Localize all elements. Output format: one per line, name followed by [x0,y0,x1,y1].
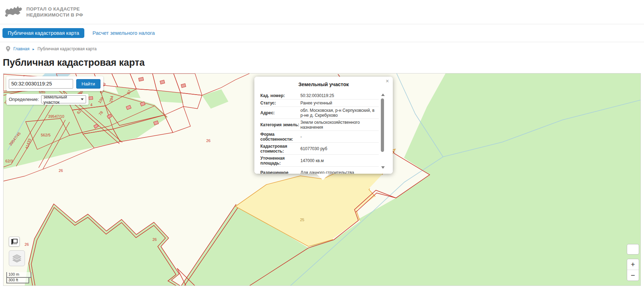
table-row: Статус: Ранее учтенный [260,100,379,107]
scale-metric: 100 m [6,272,31,278]
map-canvas[interactable]: 65573864861871092944627839547/10562/5395… [3,73,641,286]
russia-map-icon [5,5,23,19]
row-value: - [300,134,377,140]
layers-icon [12,254,22,263]
site-title: ПОРТАЛ О КАДАСТРЕ НЕДВИЖИМОСТИ В РФ [26,6,83,18]
filter-label: Определение: [9,97,39,102]
row-label: Статус: [260,100,300,106]
chevron-down-icon [81,98,84,100]
breadcrumb-current: Публичная кадастровая карта [38,46,97,51]
row-value: 50:32:0030119:25 [300,92,377,99]
scale-imperial: 300 ft [6,278,29,283]
close-icon[interactable]: × [386,78,389,84]
row-value: обл. Московская, р-н Серпуховский, в р-н… [300,107,377,118]
full-extent-button[interactable] [627,244,639,255]
measure-ruler-icon [11,239,18,245]
zoom-control: + − [627,259,639,281]
tab-land-tax-calc[interactable]: Расчет земельного налога [92,30,155,36]
scrollbar-thumb[interactable] [381,98,384,152]
row-label: Кад. номер: [260,92,300,99]
zoom-out-button[interactable]: − [627,270,639,281]
table-row: Кад. номер: 50:32:0030119:25 [260,92,379,100]
layers-button[interactable] [9,250,25,266]
row-value: Земли сельскохозяйственного назначения [300,119,377,130]
row-label: Разрешенное [260,169,300,174]
table-row: Уточненная площадь: 147000 кв.м [260,155,379,167]
map-search-control: Найти [6,76,103,91]
popup-title: Земельный участок [254,77,393,87]
measure-button[interactable] [9,237,20,246]
main-nav: Публичная кадастровая карта Расчет земел… [0,24,644,42]
search-input[interactable] [9,79,73,89]
row-label: Категория земель: [260,122,300,128]
table-row: Кадастровая стоимость: 61077030 руб [260,143,379,155]
popup-scrollbar [381,94,384,169]
row-value: Для дачного строительства [300,169,377,174]
row-label: Форма собственности: [260,131,300,142]
row-label: Уточненная площадь: [260,155,300,166]
row-value: Ранее учтенный [300,100,377,106]
object-type-select[interactable]: земельный участок [41,95,86,103]
search-button[interactable]: Найти [76,79,100,89]
row-value: 147000 кв.м [300,158,377,164]
popup-attribute-table: Кад. номер: 50:32:0030119:25 Статус: Ран… [260,92,379,174]
breadcrumb: Главная ▸ Публичная кадастровая карта [6,46,644,52]
location-pin-icon [6,46,10,52]
breadcrumb-arrow-icon: ▸ [33,47,34,51]
row-label: Кадастровая стоимость: [260,143,300,154]
page-title: Публичная кадастровая карта [3,57,644,68]
map-filter-control: Определение: земельный участок [6,94,89,105]
table-row: Категория земель: Земли сельскохозяйстве… [260,119,379,131]
parcel-info-popup: Земельный участок × Кад. номер: 50:32:00… [254,77,393,174]
table-row: Разрешенное Для дачного строительства [260,167,379,174]
scroll-up-icon[interactable] [381,94,385,96]
breadcrumb-home-link[interactable]: Главная [13,46,30,51]
scroll-down-icon[interactable] [381,166,385,169]
zoom-in-button[interactable]: + [627,259,639,270]
table-row: Форма собственности: - [260,131,379,143]
site-header: ПОРТАЛ О КАДАСТРЕ НЕДВИЖИМОСТИ В РФ [0,0,644,24]
table-row: Адрес: обл. Московская, р-н Серпуховский… [260,107,379,119]
object-type-value: земельный участок [44,94,81,105]
row-value: 61077030 руб [300,146,377,152]
tab-public-cadastral-map[interactable]: Публичная кадастровая карта [2,28,84,38]
row-label: Адрес: [260,110,300,116]
scale-control: 100 m 300 ft [6,272,31,283]
